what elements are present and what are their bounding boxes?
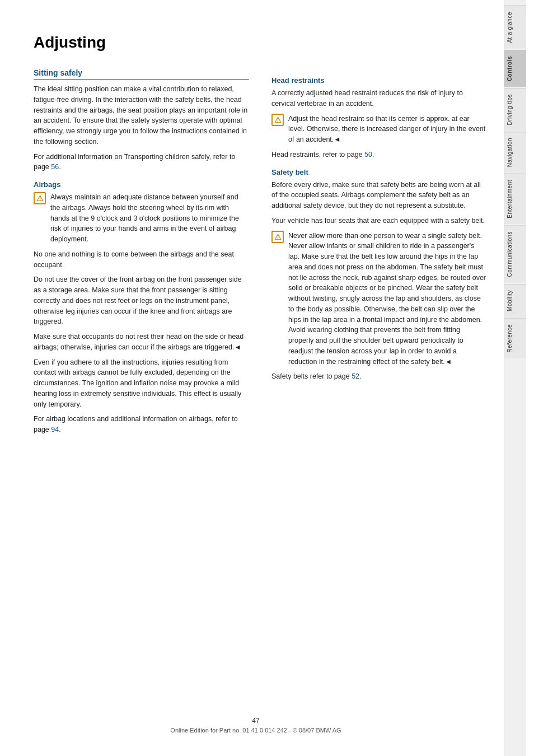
sidebar-item-mobility[interactable]: Mobility bbox=[504, 284, 526, 317]
transport-ref-para: For additional information on Transporti… bbox=[34, 152, 249, 173]
airbags-p4: Even if you adhere to all the instructio… bbox=[34, 357, 249, 410]
left-column: Sitting safely The ideal sitting positio… bbox=[34, 68, 249, 440]
page-footer: 47 Online Edition for Part no. 01 41 0 0… bbox=[0, 717, 512, 734]
right-column: Head restraints A correctly adjusted hea… bbox=[271, 68, 487, 440]
airbags-ref-para: For airbag locations and additional info… bbox=[34, 414, 249, 435]
safety-belt-warning-icon: ⚠ bbox=[271, 231, 284, 243]
airbags-p3: Make sure that occupants do not rest the… bbox=[34, 332, 249, 353]
main-content: Adjusting Sitting safely The ideal sitti… bbox=[0, 0, 504, 756]
safety-belt-period: . bbox=[359, 372, 361, 380]
safety-belt-ref-text: Safety belts refer to page bbox=[271, 372, 352, 380]
airbags-warning-icon: ⚠ bbox=[34, 192, 46, 204]
head-restraints-page-link[interactable]: 50 bbox=[364, 151, 372, 158]
sidebar-item-controls[interactable]: Controls bbox=[504, 50, 526, 87]
airbags-ref-text: For airbag locations and additional info… bbox=[34, 415, 238, 433]
airbags-heading: Airbags bbox=[34, 180, 249, 189]
safety-belt-p2: Your vehicle has four seats that are eac… bbox=[271, 216, 487, 226]
sidebar-item-reference[interactable]: Reference bbox=[504, 318, 526, 358]
safety-belt-ref-para: Safety belts refer to page 52. bbox=[271, 371, 487, 382]
head-restraints-period: . bbox=[372, 151, 374, 158]
airbags-period: . bbox=[59, 426, 60, 433]
head-restraints-warning-text: Adjust the head restraint so that its ce… bbox=[288, 114, 487, 145]
two-column-layout: Sitting safely The ideal sitting positio… bbox=[34, 68, 487, 440]
safety-belt-p1: Before every drive, make sure that safet… bbox=[271, 180, 487, 211]
safety-belt-warning-block: ⚠ Never allow more than one person to we… bbox=[271, 231, 487, 367]
head-restraints-warning-block: ⚠ Adjust the head restraint so that its … bbox=[271, 114, 487, 145]
head-restraints-ref-text: Head restraints, refer to page bbox=[271, 151, 364, 158]
page-number: 47 bbox=[0, 717, 512, 725]
sidebar-item-entertainment[interactable]: Entertainment bbox=[504, 174, 526, 224]
sidebar: At a glance Controls Driving tips Naviga… bbox=[504, 0, 526, 756]
sidebar-item-driving-tips[interactable]: Driving tips bbox=[504, 88, 526, 130]
airbags-warning-block: ⚠ Always maintain an adequate distance b… bbox=[34, 192, 249, 245]
transport-ref-text: For additional information on Transporti… bbox=[34, 153, 235, 171]
transport-page-link[interactable]: 56 bbox=[51, 163, 59, 171]
safety-belt-page-link[interactable]: 52 bbox=[352, 372, 359, 380]
sidebar-item-communications[interactable]: Communications bbox=[504, 225, 526, 282]
airbags-warning-text: Always maintain an adequate distance bet… bbox=[50, 192, 249, 245]
page-title: Adjusting bbox=[34, 34, 487, 52]
airbags-page-link[interactable]: 94 bbox=[51, 426, 59, 433]
head-restraints-p1: A correctly adjusted head restraint redu… bbox=[271, 88, 487, 109]
airbags-p1: No one and nothing is to come between th… bbox=[34, 249, 249, 270]
sidebar-item-at-a-glance[interactable]: At a glance bbox=[504, 6, 526, 49]
transport-period: . bbox=[59, 163, 60, 171]
head-restraints-ref-para: Head restraints, refer to page 50. bbox=[271, 150, 487, 160]
sitting-safely-heading: Sitting safely bbox=[34, 68, 249, 80]
sidebar-item-navigation[interactable]: Navigation bbox=[504, 132, 526, 172]
footer-text: Online Edition for Part no. 01 41 0 014 … bbox=[0, 727, 512, 734]
sitting-safely-intro: The ideal sitting position can make a vi… bbox=[34, 84, 249, 147]
head-restraints-heading: Head restraints bbox=[271, 76, 487, 85]
safety-belt-warning-text: Never allow more than one person to wear… bbox=[288, 231, 487, 367]
safety-belt-heading: Safety belt bbox=[271, 168, 487, 176]
head-restraints-warning-icon: ⚠ bbox=[271, 114, 284, 126]
page-wrapper: Adjusting Sitting safely The ideal sitti… bbox=[0, 0, 534, 756]
airbags-p2: Do not use the cover of the front airbag… bbox=[34, 274, 249, 327]
